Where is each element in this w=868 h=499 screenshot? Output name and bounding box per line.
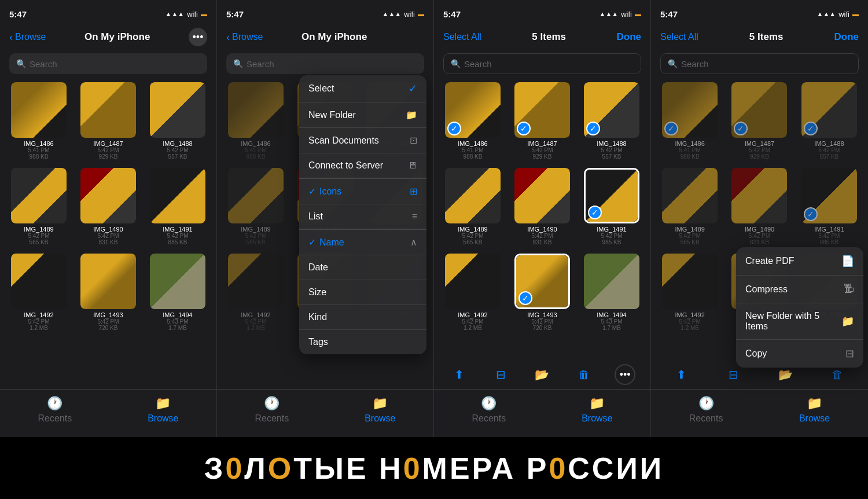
file-size: 988 KB [30,153,49,160]
list-item[interactable]: ✓ IMG_1491 5:42 PM 985 KB [578,164,646,249]
thumbnail-image [80,168,136,223]
back-button-1[interactable]: ‹ Browse [9,31,46,43]
menu-item-select[interactable]: Select ✓ [299,75,426,102]
list-item[interactable]: ✓ IMG_1486 5:41 PM 988 KB [439,79,507,163]
list-item[interactable]: ✓ IMG_1493 5:42 PM 720 KB [508,250,576,335]
menu-item-name[interactable]: ✓ Name ∧ [299,230,426,255]
file-thumbnail: ✓ [584,168,639,223]
list-item[interactable]: ✓ IMG_1488 5:42 PM 557 KB [578,79,646,163]
menu-item-connect[interactable]: Connect to Server 🖥 [299,153,426,178]
tab-recents-3[interactable]: 🕐 Recents [472,395,506,424]
search-bar-4[interactable]: 🔍 Search [660,53,859,74]
checkmark-icons: ✓ [308,186,316,197]
share-button-4[interactable]: ⬆ [671,364,692,385]
done-button-4[interactable]: Done [834,31,859,43]
tab-browse-4[interactable]: 📁 Browse [799,395,830,424]
list-item[interactable]: IMG_1490 5:42 PM 831 KB [74,164,142,249]
battery-icon-1: ▬ [201,10,207,17]
tab-recents-4[interactable]: 🕐 Recents [689,395,723,424]
file-name: IMG_1494 [163,311,192,318]
menu-item-kind[interactable]: Kind [299,305,426,330]
signal-icon-2: ▲▲▲ [382,10,402,17]
list-item: ✓ IMG_1488 5:42 PM557 KB [795,79,863,163]
list-item[interactable]: IMG_1489 5:42 PM 565 KB [5,164,73,249]
tab-browse-2[interactable]: 📁 Browse [365,395,395,424]
context-item-new-folder-5[interactable]: New Folder with 5 Items 📁 [736,303,863,340]
done-button-3[interactable]: Done [617,31,642,43]
tab-browse-label-3: Browse [582,413,612,424]
list-item[interactable]: IMG_1488 5:42 PM 557 KB [144,79,212,163]
size-label: Size [308,287,326,298]
select-all-button-4[interactable]: Select All [660,32,698,42]
clock-icon-3: 🕐 [481,395,497,412]
menu-item-icons[interactable]: ✓ Icons ⊞ [299,179,426,204]
select-all-button-3[interactable]: Select All [443,32,481,42]
banner-text: З0ЛОТЫЕ Н0МЕРА Р0ССИИ [204,451,664,486]
list-item[interactable]: IMG_1493 5:42 PM 720 KB [74,250,142,335]
tab-recents-1[interactable]: 🕐 Recents [38,395,72,424]
delete-button-3[interactable]: 🗑 [573,364,594,385]
search-bar-2[interactable]: 🔍 Search [226,53,424,74]
new-folder-5-label: New Folder with 5 Items [745,311,841,332]
tab-browse-1[interactable]: 📁 Browse [148,395,178,424]
context-item-copy[interactable]: Copy ⊟ [736,340,863,368]
file-size: 557 KB [168,153,187,160]
copy-icon-ctx: ⊟ [845,347,854,360]
duplicate-button-4[interactable]: ⊟ [723,364,744,385]
file-size: 565 KB [464,239,483,245]
thumbnail-image [11,168,67,223]
list-item: IMG_1489 5:42 PM565 KB [222,164,290,249]
list-item[interactable]: IMG_1487 5:42 PM 929 KB [74,79,142,163]
duplicate-button-3[interactable]: ⊟ [490,364,511,385]
menu-item-size[interactable]: Size [299,280,426,305]
list-item[interactable]: IMG_1490 5:42 PM 831 KB [508,164,576,249]
list-item[interactable]: IMG_1486 5:41 PM 988 KB [5,79,73,163]
check-icon: ✓ [586,122,600,135]
more-button-3[interactable]: ••• [615,364,635,385]
tab-recents-2[interactable]: 🕐 Recents [255,395,289,424]
share-button-3[interactable]: ⬆ [449,364,470,385]
icons-label: Icons [319,186,341,197]
context-item-create-pdf[interactable]: Create PDF 📄 [736,247,863,276]
more-button-1[interactable]: ••• [189,28,207,46]
context-item-compress[interactable]: Compress 🗜 [736,276,863,303]
list-item[interactable]: ✓ IMG_1487 5:42 PM 929 KB [508,79,576,163]
file-name: IMG_1488 [163,140,192,147]
thumbnail-image [11,254,67,309]
phone-panel-2: 5:47 ▲▲▲ wifi ▬ ‹ Browse On My iPhone 🔍 … [217,0,434,437]
file-thumbnail: ✓ [445,82,501,138]
action-toolbar-3: ⬆ ⊟ 📂 🗑 ••• [434,360,650,389]
list-item[interactable]: IMG_1492 5:42 PM 1.2 MB [5,250,73,335]
list-item: IMG_1492 5:42 PM1.2 MB [656,250,724,335]
list-item[interactable]: IMG_1489 5:42 PM 565 KB [439,164,507,249]
move-button-3[interactable]: 📂 [532,364,553,385]
file-name: IMG_1487 [93,140,123,147]
status-icons-4: ▲▲▲ wifi ▬ [817,10,859,19]
file-time: 5:43 PM [601,318,622,325]
menu-item-new-folder[interactable]: New Folder 📁 [299,102,426,128]
file-name: IMG_1487 [527,140,557,147]
list-item: IMG_1490 5:42 PM831 KB [725,164,793,249]
file-grid-3: ✓ IMG_1486 5:41 PM 988 KB ✓ IMG_1487 5:4… [434,79,650,335]
menu-item-tags[interactable]: Tags [299,330,426,354]
list-item: ✓ IMG_1487 5:42 PM929 KB [725,79,793,163]
tab-recents-label-1: Recents [38,413,72,424]
menu-item-list[interactable]: List ≡ [299,204,426,229]
list-item[interactable]: IMG_1494 5:43 PM 1.7 MB [144,250,212,335]
status-time-3: 5:47 [443,9,461,19]
wifi-icon-2: wifi [404,10,415,19]
list-item[interactable]: IMG_1494 5:43 PM 1.7 MB [578,250,646,335]
search-bar-1[interactable]: 🔍 Search [9,53,207,74]
trash-icon: 🗑 [578,368,590,381]
search-bar-3[interactable]: 🔍 Search [443,53,641,74]
list-item[interactable]: IMG_1492 5:42 PM 1.2 MB [439,250,507,335]
list-item[interactable]: IMG_1491 5:42 PM 885 KB [144,164,212,249]
search-placeholder-3: Search [464,59,492,69]
items-count-3: 5 Items [532,31,566,43]
back-button-2[interactable]: ‹ Browse [226,31,263,43]
menu-item-date[interactable]: Date [299,255,426,280]
battery-icon-2: ▬ [418,10,424,17]
tab-browse-3[interactable]: 📁 Browse [582,395,612,424]
nav-bar-2: ‹ Browse On My iPhone [217,25,433,51]
menu-item-scan[interactable]: Scan Documents ⊡ [299,128,426,153]
